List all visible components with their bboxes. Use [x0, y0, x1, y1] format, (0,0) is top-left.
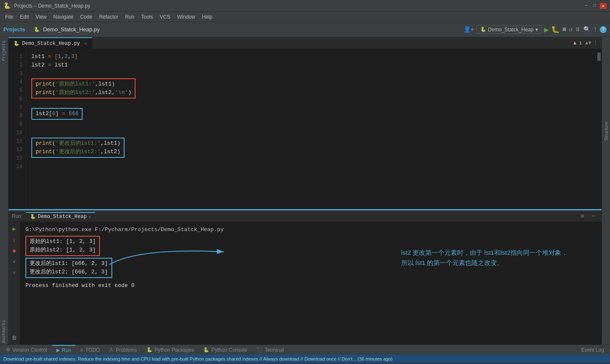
tab-run[interactable]: ▶ Run [52, 345, 75, 355]
code-block-red: print('原始的lst1:',lst1) print('原始的lst2:',… [31, 78, 136, 99]
run-config-chevron: ▾ [535, 27, 538, 33]
tab-todo-label: TODO [85, 347, 100, 353]
run-toolbar: ▶ ↓ ■ ≡ ▽ 🗑 [8, 222, 20, 345]
code-line-11: print('更改后的lst2:',lst2) [36, 148, 120, 156]
code-line-8 [31, 120, 591, 129]
menu-view[interactable]: View [32, 13, 50, 21]
scrollup-icon[interactable]: ▲ [585, 40, 588, 46]
run-tab-active[interactable]: 🐍 Demo_Statck_Heap ✕ [26, 212, 95, 221]
code-block-blue: print('更改后的lst1:',lst1) print('更改后的lst2:… [31, 138, 125, 158]
minimize-button[interactable]: ─ [583, 3, 590, 9]
code-line-12 [31, 158, 591, 167]
run-soft-wrap[interactable]: ≡ [10, 258, 19, 266]
code-line-10: print('更改后的lst1:',lst1) [36, 139, 120, 148]
run-trash-btn[interactable]: 🗑 [10, 334, 19, 342]
menu-refactor[interactable]: Refactor [96, 13, 122, 21]
terminal-icon: ⬛ [257, 347, 263, 353]
run-label: Run: [12, 213, 22, 219]
editor-scrollbar[interactable] [596, 49, 602, 209]
menu-run[interactable]: Run [122, 13, 138, 21]
tab-problems-label: Problems [116, 347, 137, 353]
pause-button[interactable]: ⏸ [575, 26, 581, 33]
line-numbers: 12345 678910 11121314 [8, 49, 26, 209]
code-content[interactable]: lst1 = [1,2,3] lst2 = lst1 print('原始的lst… [26, 49, 596, 209]
menu-help[interactable]: Help [199, 13, 216, 21]
menu-tools[interactable]: Tools [138, 13, 156, 21]
run-rerun-btn[interactable]: ▶ [10, 225, 19, 233]
run-panel-minimize[interactable]: ─ [589, 212, 598, 221]
breadcrumb-separator: › [28, 26, 30, 33]
run-content: ▶ ↓ ■ ≡ ▽ 🗑 G:\Python\python.exe F:/Pych… [8, 222, 602, 345]
tab-event-log[interactable]: Event Log [577, 345, 608, 355]
menu-window[interactable]: Window [174, 13, 199, 21]
python-packages-icon: 🐍 [147, 347, 152, 353]
output-line-4: 更改后的lst2: [666, 2, 3] [30, 268, 108, 276]
help-button[interactable]: ? [600, 26, 607, 33]
editor-area: 🐍 Demo_Statck_Heap.py ✕ ▲ 1 ▲ ▼ ⋮ 12345 … [8, 37, 602, 345]
update-button[interactable]: ↑ [593, 26, 597, 33]
run-tab-close[interactable]: ✕ [89, 214, 91, 219]
menu-navigate[interactable]: Navigate [50, 13, 77, 21]
code-line-14 [31, 175, 591, 184]
code-line-4: print('原始的lst1:',lst1) [36, 80, 131, 88]
stop-button[interactable]: ■ [562, 26, 566, 33]
version-control-icon: ⚙ [6, 347, 10, 353]
toolbar: Projects › 🐍 Demo_Statck_Heap.py 👤▾ 🐍 De… [0, 22, 610, 37]
window-title: Projects – Demo_Statck_Heap.py [14, 3, 90, 9]
run-config-selector[interactable]: 🐍 Demo_Statck_Heap ▾ [477, 25, 541, 34]
code-editor[interactable]: 12345 678910 11121314 lst1 = [1,2,3] lst… [8, 49, 602, 209]
tab-terminal[interactable]: ⬛ Terminal [252, 345, 288, 355]
warning-indicator: ▲ 1 [574, 41, 582, 46]
tab-todo[interactable]: ≡ TODO [76, 345, 104, 355]
debug-button[interactable]: 🐛 [551, 25, 560, 34]
run-stop-btn[interactable]: ■ [10, 247, 19, 255]
tab-bar: 🐍 Demo_Statck_Heap.py ✕ ▲ 1 ▲ ▼ ⋮ [8, 37, 602, 49]
bottom-tabs: ⚙ Version Control ▶ Run ≡ TODO ⚠ Problem… [0, 345, 610, 355]
output-line-2: 原始的lst2: [1, 2, 3] [30, 246, 96, 254]
search-button[interactable]: 🔍 [583, 26, 591, 33]
tab-python-console[interactable]: 🐍 Python Console [199, 345, 252, 355]
maximize-button[interactable]: □ [591, 3, 598, 9]
menu-file[interactable]: File [2, 13, 17, 21]
tab-version-control-label: Version Control [12, 347, 47, 353]
profile-icon[interactable]: 👤▾ [463, 26, 474, 33]
tab-run-label: Run [62, 347, 71, 353]
sidebar-bookmarks-icon[interactable]: Bookmarks [2, 318, 6, 345]
run-tab-icon: 🐍 [30, 214, 36, 219]
output-line-1: 原始的lst1: [1, 2, 3] [30, 237, 96, 246]
menu-code[interactable]: Code [77, 13, 96, 21]
run-config-label: Demo_Statck_Heap [488, 27, 533, 33]
close-button[interactable]: ✕ [600, 3, 607, 9]
annotation-line2: 所以 lst1 的第一个元素也随之改变。 [401, 259, 504, 266]
tab-python-icon: 🐍 [14, 41, 19, 46]
run-output: G:\Python\python.exe F:/Pycharm/Projects… [20, 222, 602, 345]
menu-edit[interactable]: Edit [17, 13, 32, 21]
scrolldown-icon[interactable]: ▼ [588, 40, 591, 46]
run-tab-name: Demo_Statck_Heap [38, 214, 86, 220]
app-icon: 🐍 [3, 2, 11, 9]
run-icon: ▶ [56, 347, 60, 353]
code-line-3 [31, 69, 591, 78]
sidebar-projects-icon[interactable]: Projects [2, 39, 6, 63]
tab-version-control[interactable]: ⚙ Version Control [2, 345, 51, 355]
tab-problems[interactable]: ⚠ Problems [105, 345, 141, 355]
editor-tab-active[interactable]: 🐍 Demo_Statck_Heap.py ✕ [8, 37, 92, 49]
structure-label: Structure [604, 122, 609, 141]
tab-python-packages-label: Python Packages [155, 347, 194, 353]
tab-python-console-label: Python Console [211, 347, 247, 353]
todo-icon: ≡ [80, 347, 83, 353]
event-log-label: Event Log [581, 347, 604, 353]
menu-vcs[interactable]: VCS [156, 13, 174, 21]
tab-close-button[interactable]: ✕ [84, 41, 87, 46]
breadcrumb-icon: 🐍 [34, 27, 40, 32]
code-line-2: lst2 = lst1 [31, 61, 591, 69]
annotation-arrow [105, 239, 241, 273]
rerun-button[interactable]: ↺ [569, 26, 572, 33]
tab-python-packages[interactable]: 🐍 Python Packages [142, 345, 198, 355]
run-button[interactable]: ▶ [544, 25, 549, 34]
menu-bar: File Edit View Navigate Code Refactor Ru… [0, 12, 610, 22]
editor-settings-icon[interactable]: ⋮ [593, 40, 598, 46]
run-scroll-down[interactable]: ↓ [10, 236, 19, 244]
run-filter-btn[interactable]: ▽ [10, 269, 19, 277]
run-panel-settings[interactable]: ⚙ [578, 212, 587, 221]
